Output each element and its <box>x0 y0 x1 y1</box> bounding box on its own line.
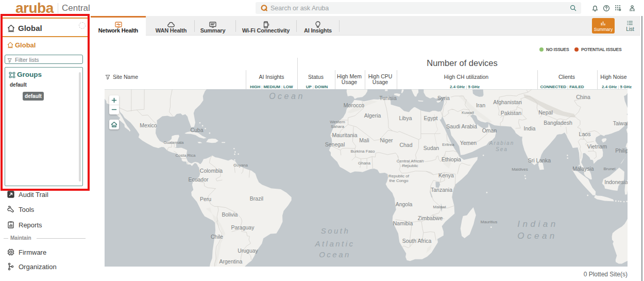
svg-text:Malaysia: Malaysia <box>572 166 594 172</box>
svg-text:Taiwan: Taiwan <box>613 120 628 126</box>
svg-text:Guyana: Guyana <box>233 163 248 168</box>
svg-text:Chile: Chile <box>211 234 223 240</box>
svg-text:Sea: Sea <box>496 146 508 152</box>
svg-text:Kuwait: Kuwait <box>462 110 474 115</box>
svg-text:Laos: Laos <box>579 131 591 137</box>
svg-text:Vietnam: Vietnam <box>587 143 607 150</box>
svg-text:China: China <box>576 94 590 100</box>
svg-text:Ocean: Ocean <box>319 250 351 259</box>
svg-text:Yemen: Yemen <box>460 140 477 146</box>
svg-text:Philippin: Philippin <box>615 147 628 154</box>
svg-text:Iran: Iran <box>476 102 485 108</box>
svg-text:Republic of: Republic of <box>388 174 410 178</box>
svg-text:Chad: Chad <box>399 142 412 148</box>
svg-text:Peru: Peru <box>200 196 211 202</box>
svg-text:Indonesia: Indonesia <box>604 179 628 185</box>
svg-text:Mauritius: Mauritius <box>481 220 497 224</box>
svg-text:Angola: Angola <box>396 201 413 207</box>
svg-text:Bangladesh: Bangladesh <box>544 120 572 126</box>
svg-text:Burkina Faso: Burkina Faso <box>350 149 375 154</box>
svg-text:Eritrea: Eritrea <box>442 142 454 147</box>
svg-text:Algeria: Algeria <box>364 112 381 119</box>
svg-text:Cuba: Cuba <box>190 127 203 133</box>
svg-text:Syria: Syria <box>437 95 450 101</box>
svg-text:Uruguay: Uruguay <box>238 247 258 254</box>
svg-text:Brunei: Brunei <box>603 167 615 171</box>
svg-text:Senegal: Senegal <box>325 141 345 147</box>
svg-text:Mauritania: Mauritania <box>332 132 357 138</box>
svg-text:Costa Rica: Costa Rica <box>175 153 196 158</box>
svg-text:Ethiopia: Ethiopia <box>442 156 461 162</box>
svg-text:Tanzania: Tanzania <box>431 187 452 193</box>
svg-text:Ghana: Ghana <box>358 161 371 166</box>
svg-text:Morocco: Morocco <box>344 102 364 108</box>
svg-text:Republic: Republic <box>402 163 418 168</box>
svg-text:Egypt: Egypt <box>424 115 438 121</box>
svg-text:South Africa: South Africa <box>402 238 432 244</box>
svg-text:Mali: Mali <box>359 137 369 143</box>
svg-text:Oman: Oman <box>482 127 497 134</box>
svg-text:South: South <box>321 226 350 235</box>
svg-text:Paraguay: Paraguay <box>231 224 255 230</box>
svg-text:India: India <box>524 125 536 131</box>
svg-text:Argentina: Argentina <box>219 258 243 265</box>
svg-text:Tunisia: Tunisia <box>379 95 397 101</box>
svg-text:Indian: Indian <box>517 219 558 229</box>
svg-text:Arabian: Arabian <box>489 140 514 146</box>
svg-text:Sudan: Sudan <box>423 145 439 151</box>
svg-text:Zimbabwe: Zimbabwe <box>418 215 443 221</box>
svg-text:Western: Western <box>330 120 345 124</box>
svg-text:Maldives: Maldives <box>512 167 528 172</box>
svg-text:Pakistan: Pakistan <box>501 110 521 116</box>
svg-text:Brazil: Brazil <box>250 195 263 202</box>
svg-text:the Congo: the Congo <box>389 178 409 183</box>
svg-text:Ocean: Ocean <box>269 92 305 101</box>
svg-text:Guatemala: Guatemala <box>163 140 184 145</box>
svg-text:Atlantic: Atlantic <box>314 239 354 248</box>
svg-text:Niger: Niger <box>380 137 393 143</box>
svg-text:Ocean: Ocean <box>517 231 557 241</box>
svg-text:Nepal: Nepal <box>538 109 552 115</box>
svg-text:Namibia: Namibia <box>393 220 413 226</box>
svg-text:Kenya: Kenya <box>438 172 454 178</box>
svg-text:Libya: Libya <box>399 115 412 121</box>
svg-text:Ecuador: Ecuador <box>188 176 209 183</box>
svg-text:Central African: Central African <box>397 159 423 163</box>
svg-text:Sri Lanka: Sri Lanka <box>528 157 551 163</box>
svg-text:Colombia: Colombia <box>200 168 223 174</box>
svg-text:Afghanistan: Afghanistan <box>493 99 522 105</box>
svg-text:Bolivia: Bolivia <box>222 211 238 218</box>
svg-text:Sahara: Sahara <box>331 124 344 129</box>
svg-text:Malawi: Malawi <box>433 205 446 209</box>
svg-text:Mexico: Mexico <box>140 122 157 128</box>
svg-text:Saudi Arabia: Saudi Arabia <box>446 123 477 129</box>
